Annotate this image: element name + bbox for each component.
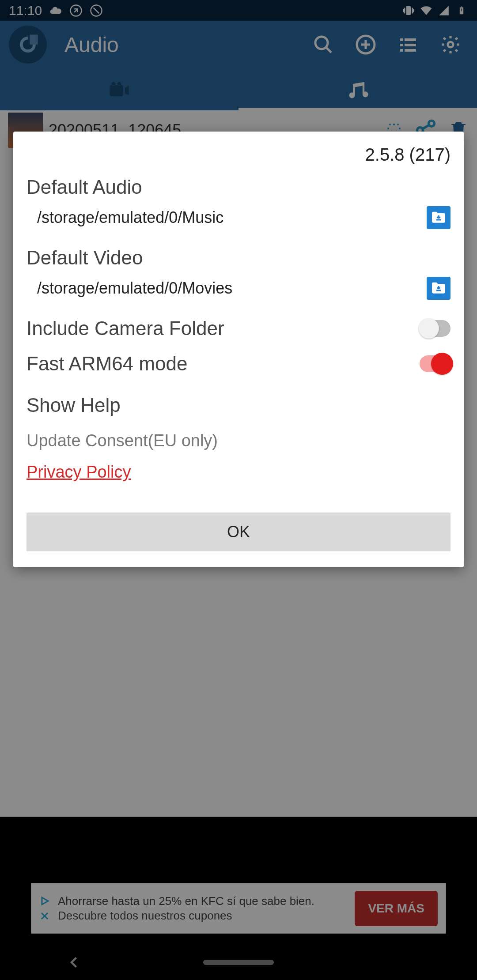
default-video-title: Default Video [26,247,450,269]
version-label: 2.5.8 (217) [26,145,450,165]
default-audio-title: Default Audio [26,176,450,198]
default-audio-path: /storage/emulated/0/Music [26,208,427,227]
include-camera-label: Include Camera Folder [26,317,420,339]
ok-button[interactable]: OK [26,513,450,551]
default-video-path: /storage/emulated/0/Movies [26,279,427,298]
settings-dialog: 2.5.8 (217) Default Audio /storage/emula… [13,132,464,567]
fast-arm64-label: Fast ARM64 mode [26,353,420,375]
browse-audio-folder-icon[interactable] [427,206,450,229]
privacy-policy-link[interactable]: Privacy Policy [26,463,131,482]
update-consent-link[interactable]: Update Consent(EU only) [26,431,450,450]
fast-arm64-toggle[interactable] [420,355,450,372]
browse-video-folder-icon[interactable] [427,277,450,300]
show-help-link[interactable]: Show Help [26,394,450,416]
include-camera-toggle[interactable] [420,320,450,337]
